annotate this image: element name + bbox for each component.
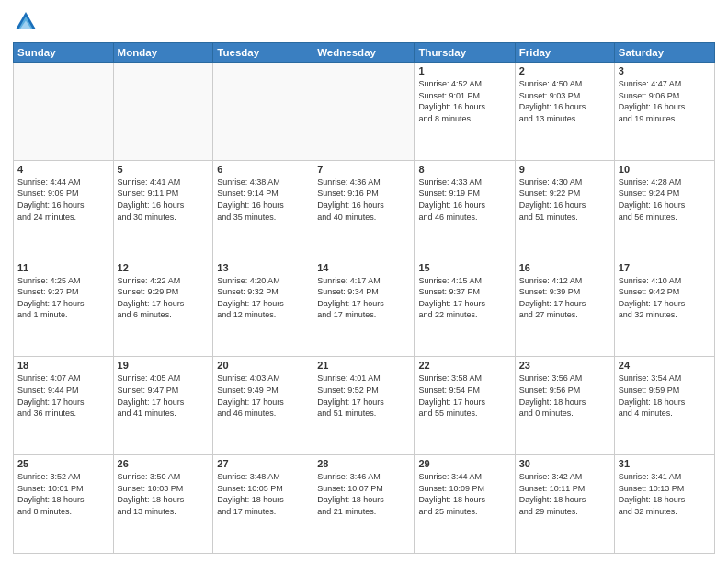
calendar-cell: 6Sunrise: 4:38 AM Sunset: 9:14 PM Daylig… [213, 160, 313, 259]
calendar-cell: 1Sunrise: 4:52 AM Sunset: 9:01 PM Daylig… [415, 63, 515, 161]
cell-date-number: 18 [17, 360, 109, 371]
day-header-saturday: Saturday [614, 43, 714, 63]
day-header-sunday: Sunday [14, 43, 114, 63]
cell-info: Sunrise: 3:46 AM Sunset: 10:07 PM Daylig… [317, 471, 410, 517]
calendar-cell [213, 63, 313, 161]
cell-date-number: 13 [217, 262, 309, 273]
week-row-2: 11Sunrise: 4:25 AM Sunset: 9:27 PM Dayli… [14, 259, 715, 357]
calendar-cell [14, 63, 114, 161]
page: SundayMondayTuesdayWednesdayThursdayFrid… [0, 0, 728, 563]
calendar-cell: 7Sunrise: 4:36 AM Sunset: 9:16 PM Daylig… [313, 160, 415, 259]
cell-date-number: 5 [118, 164, 210, 175]
cell-info: Sunrise: 4:38 AM Sunset: 9:14 PM Dayligh… [217, 177, 309, 223]
cell-info: Sunrise: 3:56 AM Sunset: 9:56 PM Dayligh… [519, 373, 610, 419]
calendar-cell [113, 63, 213, 161]
cell-date-number: 23 [519, 360, 610, 371]
calendar-cell: 4Sunrise: 4:44 AM Sunset: 9:09 PM Daylig… [14, 160, 114, 259]
cell-info: Sunrise: 3:58 AM Sunset: 9:54 PM Dayligh… [418, 373, 510, 419]
cell-date-number: 26 [118, 458, 210, 469]
cell-date-number: 19 [118, 360, 210, 371]
cell-info: Sunrise: 4:52 AM Sunset: 9:01 PM Dayligh… [418, 78, 510, 124]
week-row-3: 18Sunrise: 4:07 AM Sunset: 9:44 PM Dayli… [14, 357, 715, 455]
cell-date-number: 6 [217, 164, 309, 175]
cell-info: Sunrise: 4:47 AM Sunset: 9:06 PM Dayligh… [619, 78, 711, 124]
cell-info: Sunrise: 4:10 AM Sunset: 9:42 PM Dayligh… [619, 275, 711, 321]
calendar-cell: 25Sunrise: 3:52 AM Sunset: 10:01 PM Dayl… [14, 455, 114, 554]
day-header-tuesday: Tuesday [213, 43, 313, 63]
cell-info: Sunrise: 4:20 AM Sunset: 9:32 PM Dayligh… [217, 275, 309, 321]
cell-info: Sunrise: 4:41 AM Sunset: 9:11 PM Dayligh… [118, 177, 210, 223]
calendar-cell: 14Sunrise: 4:17 AM Sunset: 9:34 PM Dayli… [313, 259, 415, 357]
cell-date-number: 3 [619, 65, 711, 76]
cell-date-number: 27 [217, 458, 309, 469]
cell-info: Sunrise: 4:12 AM Sunset: 9:39 PM Dayligh… [519, 275, 610, 321]
cell-info: Sunrise: 4:33 AM Sunset: 9:19 PM Dayligh… [418, 177, 510, 223]
cell-info: Sunrise: 4:15 AM Sunset: 9:37 PM Dayligh… [418, 275, 510, 321]
cell-info: Sunrise: 3:50 AM Sunset: 10:03 PM Daylig… [118, 471, 210, 517]
cell-info: Sunrise: 4:01 AM Sunset: 9:52 PM Dayligh… [317, 373, 410, 419]
cell-info: Sunrise: 3:52 AM Sunset: 10:01 PM Daylig… [17, 471, 109, 517]
cell-date-number: 8 [418, 164, 510, 175]
calendar-cell: 26Sunrise: 3:50 AM Sunset: 10:03 PM Dayl… [113, 455, 213, 554]
cell-date-number: 31 [619, 458, 711, 469]
cell-info: Sunrise: 4:28 AM Sunset: 9:24 PM Dayligh… [619, 177, 711, 223]
calendar-table: SundayMondayTuesdayWednesdayThursdayFrid… [13, 42, 715, 554]
calendar-cell: 10Sunrise: 4:28 AM Sunset: 9:24 PM Dayli… [614, 160, 714, 259]
calendar-cell: 5Sunrise: 4:41 AM Sunset: 9:11 PM Daylig… [113, 160, 213, 259]
cell-info: Sunrise: 4:30 AM Sunset: 9:22 PM Dayligh… [519, 177, 610, 223]
cell-info: Sunrise: 4:50 AM Sunset: 9:03 PM Dayligh… [519, 78, 610, 124]
calendar-cell: 2Sunrise: 4:50 AM Sunset: 9:03 PM Daylig… [515, 63, 614, 161]
day-header-monday: Monday [113, 43, 213, 63]
calendar-cell: 29Sunrise: 3:44 AM Sunset: 10:09 PM Dayl… [415, 455, 515, 554]
calendar-cell: 24Sunrise: 3:54 AM Sunset: 9:59 PM Dayli… [614, 357, 714, 455]
logo [13, 9, 42, 35]
cell-info: Sunrise: 4:36 AM Sunset: 9:16 PM Dayligh… [317, 177, 410, 223]
header [13, 9, 715, 35]
cell-date-number: 7 [317, 164, 410, 175]
cell-date-number: 9 [519, 164, 610, 175]
calendar-cell: 17Sunrise: 4:10 AM Sunset: 9:42 PM Dayli… [614, 259, 714, 357]
cell-info: Sunrise: 3:54 AM Sunset: 9:59 PM Dayligh… [619, 373, 711, 419]
cell-info: Sunrise: 4:05 AM Sunset: 9:47 PM Dayligh… [118, 373, 210, 419]
cell-date-number: 14 [317, 262, 410, 273]
calendar-cell: 16Sunrise: 4:12 AM Sunset: 9:39 PM Dayli… [515, 259, 614, 357]
cell-date-number: 10 [619, 164, 711, 175]
calendar-cell: 13Sunrise: 4:20 AM Sunset: 9:32 PM Dayli… [213, 259, 313, 357]
calendar-cell: 21Sunrise: 4:01 AM Sunset: 9:52 PM Dayli… [313, 357, 415, 455]
calendar-cell: 8Sunrise: 4:33 AM Sunset: 9:19 PM Daylig… [415, 160, 515, 259]
week-row-1: 4Sunrise: 4:44 AM Sunset: 9:09 PM Daylig… [14, 160, 715, 259]
cell-date-number: 21 [317, 360, 410, 371]
cell-date-number: 22 [418, 360, 510, 371]
cell-info: Sunrise: 3:44 AM Sunset: 10:09 PM Daylig… [418, 471, 510, 517]
calendar-cell: 19Sunrise: 4:05 AM Sunset: 9:47 PM Dayli… [113, 357, 213, 455]
day-header-wednesday: Wednesday [313, 43, 415, 63]
calendar-cell: 12Sunrise: 4:22 AM Sunset: 9:29 PM Dayli… [113, 259, 213, 357]
cell-date-number: 24 [619, 360, 711, 371]
day-header-thursday: Thursday [415, 43, 515, 63]
week-row-4: 25Sunrise: 3:52 AM Sunset: 10:01 PM Dayl… [14, 455, 715, 554]
calendar-cell: 30Sunrise: 3:42 AM Sunset: 10:11 PM Dayl… [515, 455, 614, 554]
cell-date-number: 12 [118, 262, 210, 273]
cell-date-number: 15 [418, 262, 510, 273]
calendar-cell: 31Sunrise: 3:41 AM Sunset: 10:13 PM Dayl… [614, 455, 714, 554]
cell-date-number: 30 [519, 458, 610, 469]
calendar-cell: 23Sunrise: 3:56 AM Sunset: 9:56 PM Dayli… [515, 357, 614, 455]
calendar-cell: 27Sunrise: 3:48 AM Sunset: 10:05 PM Dayl… [213, 455, 313, 554]
calendar-cell: 22Sunrise: 3:58 AM Sunset: 9:54 PM Dayli… [415, 357, 515, 455]
cell-date-number: 11 [17, 262, 109, 273]
calendar-cell: 9Sunrise: 4:30 AM Sunset: 9:22 PM Daylig… [515, 160, 614, 259]
cell-info: Sunrise: 4:44 AM Sunset: 9:09 PM Dayligh… [17, 177, 109, 223]
calendar-cell: 28Sunrise: 3:46 AM Sunset: 10:07 PM Dayl… [313, 455, 415, 554]
cell-date-number: 29 [418, 458, 510, 469]
cell-date-number: 1 [418, 65, 510, 76]
calendar-header-row: SundayMondayTuesdayWednesdayThursdayFrid… [14, 43, 715, 63]
cell-info: Sunrise: 4:17 AM Sunset: 9:34 PM Dayligh… [317, 275, 410, 321]
week-row-0: 1Sunrise: 4:52 AM Sunset: 9:01 PM Daylig… [14, 63, 715, 161]
cell-date-number: 16 [519, 262, 610, 273]
cell-info: Sunrise: 3:48 AM Sunset: 10:05 PM Daylig… [217, 471, 309, 517]
cell-date-number: 28 [317, 458, 410, 469]
cell-info: Sunrise: 3:41 AM Sunset: 10:13 PM Daylig… [619, 471, 711, 517]
cell-info: Sunrise: 3:42 AM Sunset: 10:11 PM Daylig… [519, 471, 610, 517]
calendar-cell: 3Sunrise: 4:47 AM Sunset: 9:06 PM Daylig… [614, 63, 714, 161]
cell-date-number: 17 [619, 262, 711, 273]
